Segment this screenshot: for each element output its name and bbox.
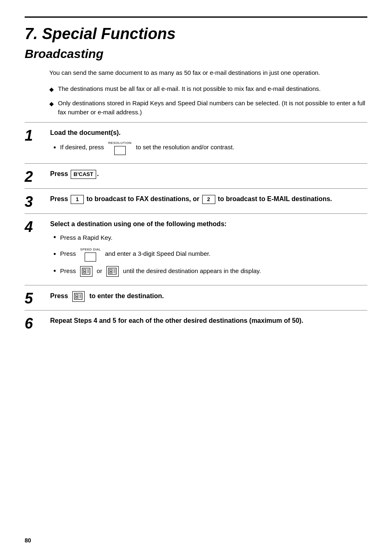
intro-bullets: ◆ The destinations must be all fax or al… [49,84,367,117]
bullet-dot-icon-4-3: • [53,266,56,277]
step-4-bullet-3: • Press [53,266,367,277]
next-arrow-icon [108,268,117,275]
step-4-bullet-2: • Press SPEED DIAL and enter a 3-digit S… [53,247,367,262]
step-1-content: Load the document(s). • If desired, pres… [50,128,367,159]
bullet-diamond-icon-2: ◆ [49,100,54,108]
step-2-number: 2 [25,169,46,184]
step-1-bullet-1: • If desired, press RESOLUTION to set th… [53,141,367,155]
step-2: 2 Press B'CAST. [25,163,367,188]
step-4-bullet-text-2: Press SPEED DIAL and enter a 3-digit Spe… [60,247,210,262]
step-1-title: Load the document(s). [50,128,367,137]
bullet-dot-icon-4-2: • [53,249,56,260]
bcast-key: B'CAST [71,170,96,179]
intro-bullet-1: ◆ The destinations must be all fax or al… [49,84,367,94]
step-4-bullet-text-3: Press [60,266,261,277]
bullet-dot-icon: • [53,142,56,153]
step-6-content: Repeat Steps 4 and 5 for each of the oth… [50,316,367,329]
chapter-name: Special Functions [42,25,175,42]
step-4-content: Select a destination using one of the fo… [50,220,367,281]
chapter-number: 7. [25,25,38,42]
step-4-bullet-text-1: Press a Rapid Key. [60,233,112,243]
step-5: 5 Press to ent [25,285,367,310]
svg-rect-13 [76,294,78,296]
step-3: 3 Press 1 to broadcast to FAX destinatio… [25,188,367,213]
prev-arrow-key [80,266,92,277]
prev-arrow-icon [82,268,91,275]
step-1: 1 Load the document(s). • If desired, pr… [25,122,367,163]
key-1: 1 [71,195,84,204]
top-rule [25,16,367,18]
key-2: 2 [202,195,215,204]
step-6: 6 Repeat Steps 4 and 5 for each of the o… [25,310,367,335]
step-3-content: Press 1 to broadcast to FAX destinations… [50,195,367,207]
enter-key-icon [74,293,83,300]
enter-arrow-key [72,291,85,302]
step-1-bullet-text: If desired, press RESOLUTION to set the … [60,141,234,155]
svg-rect-14 [76,297,78,298]
svg-rect-2 [83,272,86,273]
step-4-number: 4 [25,220,46,234]
step-1-number: 1 [25,128,46,143]
step-4: 4 Select a destination using one of the … [25,213,367,285]
step-6-title: Repeat Steps 4 and 5 for each of the oth… [50,316,367,325]
step-6-number: 6 [25,316,46,331]
chapter-title: 7. Special Functions [25,25,367,43]
step-1-text-after: to set the resolution and/or contrast. [136,144,234,151]
step-4-bullet-1: • Press a Rapid Key. [53,232,367,243]
step-3-mid: to broadcast to FAX destinations, or [87,195,200,202]
step-4-bullets: • Press a Rapid Key. • Press SPEED DIAL … [53,232,367,277]
page-number: 80 [25,537,31,544]
step-5-number: 5 [25,291,46,306]
step-2-content: Press B'CAST. [50,169,367,182]
svg-rect-8 [110,272,112,273]
step-1-text-before: If desired, press [60,144,104,151]
intro-bullet-text-1: The destinations must be all fax or all … [58,84,321,94]
step-2-suffix: . [97,170,99,177]
step-5-content: Press to enter the destination. [50,291,367,305]
step-3-title: Press 1 to broadcast to FAX destinations… [50,195,367,204]
next-arrow-key [106,266,119,277]
bullet-dot-icon-4-1: • [53,232,56,243]
step-4-title: Select a destination using one of the fo… [50,220,367,229]
speed-dial-key: SPEED DIAL [80,247,101,262]
step-2-title: Press B'CAST. [50,169,367,179]
step-3-prefix: Press [50,195,68,202]
step-3-suffix: to broadcast to E-MAIL destinations. [218,195,332,202]
section-title: Broadcasting [25,47,367,61]
bullet-diamond-icon: ◆ [49,85,54,94]
step-1-bullets: • If desired, press RESOLUTION to set th… [53,141,367,155]
resolution-key: RESOLUTION [108,141,131,155]
svg-rect-1 [83,269,86,271]
intro-bullet-2: ◆ Only destinations stored in Rapid Keys… [49,99,367,117]
intro-bullet-text-2: Only destinations stored in Rapid Keys a… [58,99,367,117]
intro-text: You can send the same document to as man… [49,68,367,78]
step-2-prefix: Press [50,170,68,177]
step-3-number: 3 [25,195,46,209]
step-5-title: Press to enter the destination. [50,291,367,302]
page: 7. Special Functions Broadcasting You ca… [0,0,392,556]
svg-rect-7 [110,269,112,271]
